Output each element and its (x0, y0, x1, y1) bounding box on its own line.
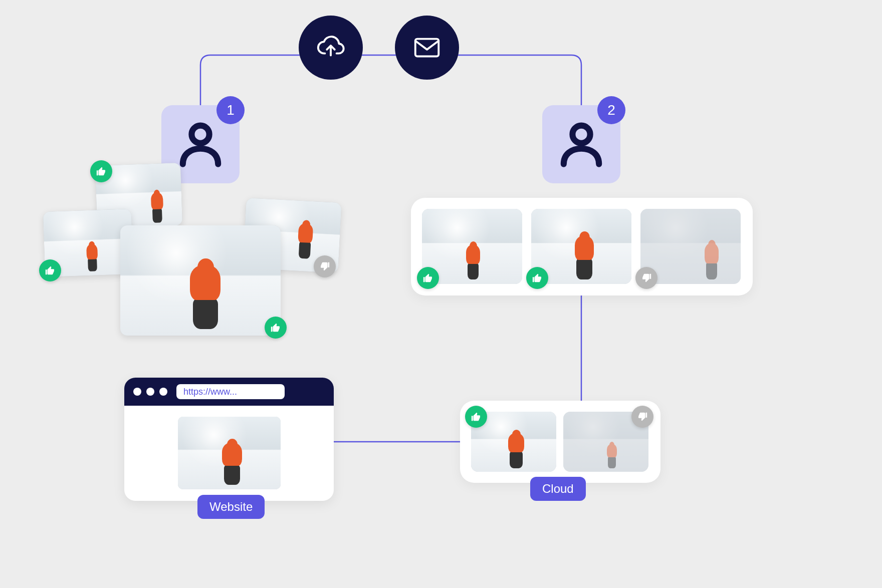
thumbs-up-icon (526, 267, 548, 289)
website-photo (178, 417, 281, 489)
thumbs-up-icon (417, 267, 439, 289)
thumbs-up-icon (265, 317, 287, 339)
website-label: Website (197, 495, 265, 519)
user-2-card: 2 (542, 105, 620, 183)
thumbs-down-icon (635, 267, 657, 289)
traffic-light-icon (146, 388, 154, 396)
svg-point-2 (572, 126, 590, 143)
cloud-label: Cloud (530, 477, 586, 501)
traffic-light-icon (133, 388, 141, 396)
website-browser: https://www... (124, 378, 334, 501)
browser-toolbar: https://www... (124, 378, 334, 406)
thumbs-up-icon (39, 259, 61, 281)
user-1-badge: 1 (216, 96, 245, 124)
user-2-badge: 2 (597, 96, 625, 124)
browser-body (124, 406, 334, 500)
thumbs-down-icon (314, 255, 336, 277)
traffic-light-icon (159, 388, 167, 396)
cloud-panel (460, 401, 660, 483)
svg-rect-0 (415, 39, 439, 57)
mail-icon (395, 16, 459, 80)
thumbs-up-icon (90, 160, 112, 182)
workflow-diagram: 1 2 (0, 0, 882, 588)
cloud-upload-icon (299, 16, 363, 80)
thumbs-down-icon (631, 406, 653, 428)
svg-point-1 (191, 126, 209, 143)
photo-main (120, 225, 281, 336)
thumbs-up-icon (465, 406, 487, 428)
address-bar: https://www... (176, 384, 285, 399)
review-panel (411, 198, 753, 296)
